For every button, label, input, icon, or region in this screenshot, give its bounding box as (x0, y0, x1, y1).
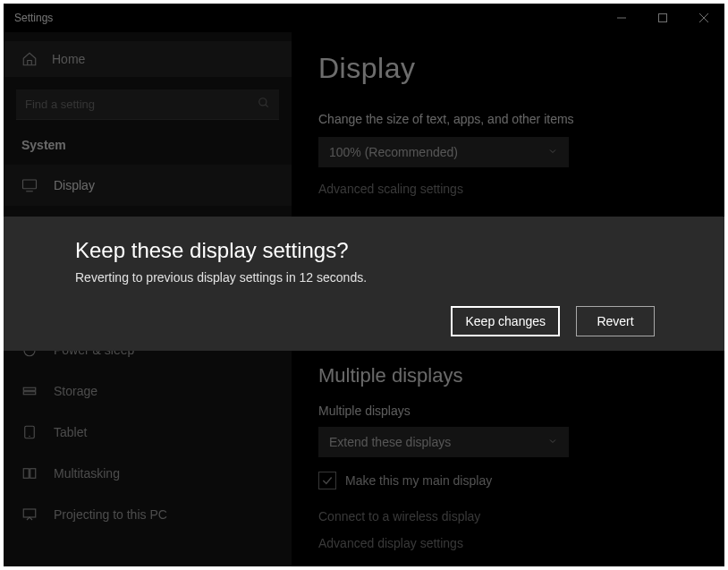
keep-settings-dialog: Keep these display settings? Reverting t… (4, 217, 724, 351)
dialog-buttons: Keep changes Revert (451, 306, 655, 336)
dialog-body: Reverting to previous display settings i… (75, 270, 662, 285)
settings-window: Settings Home Syste (0, 0, 728, 570)
dialog-title: Keep these display settings? (75, 238, 662, 263)
revert-button[interactable]: Revert (576, 306, 655, 336)
keep-changes-button[interactable]: Keep changes (451, 306, 560, 336)
